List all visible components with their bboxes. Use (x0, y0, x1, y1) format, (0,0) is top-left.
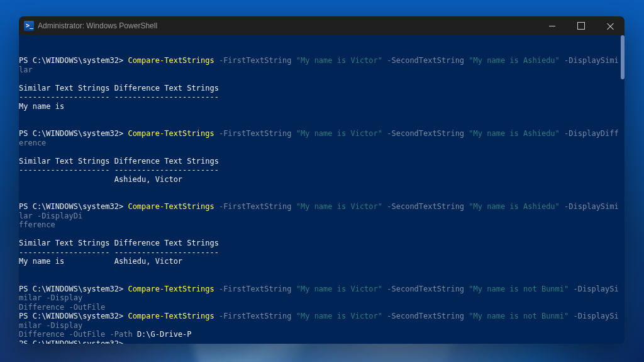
prompt: PS C:\WINDOWS\system32> (19, 312, 123, 320)
minimize-button[interactable] (538, 16, 567, 35)
param-second: -SecondTextString (387, 56, 464, 65)
powershell-icon (24, 21, 34, 31)
command: Compare-TextStrings (128, 285, 214, 293)
terminal-output[interactable]: PS C:\WINDOWS\system32> Compare-TextStri… (19, 35, 625, 344)
param-display-wrap: -Display (46, 321, 82, 330)
prompt: PS C:\WINDOWS\system32> (19, 56, 123, 65)
command: Compare-TextStrings (128, 56, 214, 65)
param-display-wrap: -Display (46, 293, 82, 302)
output-divider: -------------------- -------------------… (19, 93, 219, 101)
arg-first: "My name is Victor" (296, 312, 382, 320)
param-displaydifference-wrap-a: -DisplayDi (37, 212, 82, 220)
param-second: -SecondTextString (387, 312, 464, 320)
param-difference-wrap: Difference (19, 330, 64, 339)
param-displaydifference-wrap-b: fference (19, 220, 55, 229)
output-header: Similar Text Strings Difference Text Str… (19, 157, 219, 166)
command: Compare-TextStrings (128, 202, 214, 211)
arg-first: "My name is Victor" (296, 202, 382, 211)
output-divider: -------------------- -------------------… (19, 166, 219, 174)
close-button[interactable] (596, 16, 625, 35)
arg-first: "My name is Victor" (296, 285, 382, 293)
output-header: Similar Text Strings Difference Text Str… (19, 84, 219, 93)
prompt: PS C:\WINDOWS\system32> (19, 202, 123, 211)
scrollbar-thumb[interactable] (621, 35, 625, 79)
arg-first: "My name is Victor" (296, 129, 382, 138)
param-second: -SecondTextString (387, 129, 464, 138)
param-first: -FirstTextString (219, 202, 292, 211)
param-second: -SecondTextString (387, 202, 464, 211)
param-second: -SecondTextString (387, 285, 464, 293)
arg-second: "My name is Ashiedu" (469, 129, 560, 138)
param-path: -Path (110, 330, 133, 339)
output-row-similar: My name is (19, 102, 64, 111)
prompt: PS C:\WINDOWS\system32> (19, 129, 123, 138)
prompt: PS C:\WINDOWS\system32> (19, 339, 123, 344)
titlebar[interactable]: Administrator: Windows PowerShell (19, 16, 625, 35)
param-outfile: -OutFile (69, 330, 105, 339)
output-header: Similar Text Strings Difference Text Str… (19, 239, 219, 247)
command: Compare-TextStrings (128, 129, 214, 138)
param-first: -FirstTextString (219, 56, 292, 65)
arg-second: "My name is not Bunmi" (469, 285, 569, 293)
param-difference-wrap: Difference (19, 303, 64, 312)
path-value: D:\G-Drive-P (137, 330, 192, 339)
param-outfile: -OutFile (69, 303, 105, 312)
prompt: PS C:\WINDOWS\system32> (19, 285, 123, 293)
output-row-diff: Ashiedu, Victor (19, 175, 182, 184)
arg-second: "My name is Ashiedu" (469, 56, 560, 65)
param-first: -FirstTextString (219, 312, 292, 320)
command: Compare-TextStrings (128, 312, 214, 320)
output-row-both: My name is Ashiedu, Victor (19, 257, 182, 266)
param-first: -FirstTextString (219, 129, 292, 138)
maximize-button[interactable] (567, 16, 596, 35)
window-title: Administrator: Windows PowerShell (38, 21, 157, 30)
arg-first: "My name is Victor" (296, 56, 382, 65)
arg-second: "My name is not Bunmi" (469, 312, 569, 320)
output-divider: -------------------- -------------------… (19, 248, 219, 257)
powershell-window: Administrator: Windows PowerShell PS C:\… (19, 16, 625, 344)
arg-second: "My name is Ashiedu" (469, 202, 560, 211)
param-first: -FirstTextString (219, 285, 292, 293)
